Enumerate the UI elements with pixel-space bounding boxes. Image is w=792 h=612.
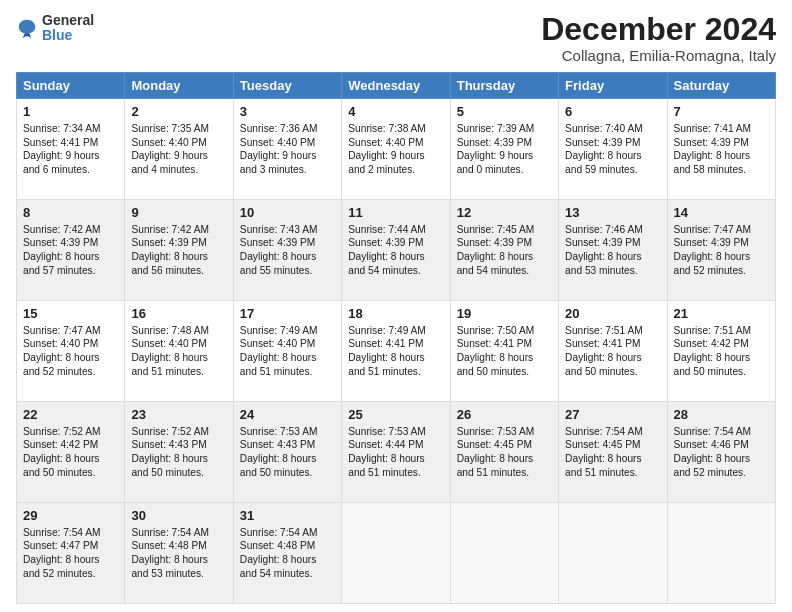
calendar-cell: 8 Sunrise: 7:42 AM Sunset: 4:39 PM Dayli… — [17, 200, 125, 301]
sunset-text: Sunset: 4:45 PM — [457, 439, 532, 450]
day-number: 11 — [348, 204, 443, 222]
day-number: 15 — [23, 305, 118, 323]
day-number: 26 — [457, 406, 552, 424]
daylight-text: Daylight: 8 hours and 50 minutes. — [23, 453, 99, 478]
calendar-cell: 7 Sunrise: 7:41 AM Sunset: 4:39 PM Dayli… — [667, 99, 775, 200]
calendar-cell: 23 Sunrise: 7:52 AM Sunset: 4:43 PM Dayl… — [125, 402, 233, 503]
day-number: 1 — [23, 103, 118, 121]
day-number: 20 — [565, 305, 660, 323]
sunset-text: Sunset: 4:39 PM — [457, 237, 532, 248]
calendar-cell: 1 Sunrise: 7:34 AM Sunset: 4:41 PM Dayli… — [17, 99, 125, 200]
sunrise-text: Sunrise: 7:54 AM — [565, 426, 643, 437]
day-number: 13 — [565, 204, 660, 222]
title-section: December 2024 Collagna, Emilia-Romagna, … — [541, 12, 776, 64]
day-number: 17 — [240, 305, 335, 323]
sunset-text: Sunset: 4:40 PM — [348, 137, 423, 148]
calendar-week-3: 15 Sunrise: 7:47 AM Sunset: 4:40 PM Dayl… — [17, 301, 776, 402]
calendar-cell: 31 Sunrise: 7:54 AM Sunset: 4:48 PM Dayl… — [233, 503, 341, 604]
sunset-text: Sunset: 4:40 PM — [131, 137, 206, 148]
sunrise-text: Sunrise: 7:47 AM — [674, 224, 752, 235]
logo: General Blue — [16, 12, 94, 44]
day-number: 9 — [131, 204, 226, 222]
sunset-text: Sunset: 4:47 PM — [23, 540, 98, 551]
calendar-header-row: SundayMondayTuesdayWednesdayThursdayFrid… — [17, 73, 776, 99]
day-header-sunday: Sunday — [17, 73, 125, 99]
daylight-text: Daylight: 8 hours and 53 minutes. — [131, 554, 207, 579]
sunset-text: Sunset: 4:42 PM — [674, 338, 749, 349]
calendar-cell: 19 Sunrise: 7:50 AM Sunset: 4:41 PM Dayl… — [450, 301, 558, 402]
sunset-text: Sunset: 4:41 PM — [457, 338, 532, 349]
sunrise-text: Sunrise: 7:41 AM — [674, 123, 752, 134]
calendar-cell: 4 Sunrise: 7:38 AM Sunset: 4:40 PM Dayli… — [342, 99, 450, 200]
sunrise-text: Sunrise: 7:53 AM — [457, 426, 535, 437]
sunrise-text: Sunrise: 7:34 AM — [23, 123, 101, 134]
logo-text: General Blue — [42, 12, 94, 44]
daylight-text: Daylight: 9 hours and 3 minutes. — [240, 150, 316, 175]
day-number: 2 — [131, 103, 226, 121]
calendar-cell: 2 Sunrise: 7:35 AM Sunset: 4:40 PM Dayli… — [125, 99, 233, 200]
calendar-cell — [667, 503, 775, 604]
calendar-cell: 11 Sunrise: 7:44 AM Sunset: 4:39 PM Dayl… — [342, 200, 450, 301]
day-number: 5 — [457, 103, 552, 121]
subtitle: Collagna, Emilia-Romagna, Italy — [541, 47, 776, 64]
day-header-friday: Friday — [559, 73, 667, 99]
calendar-cell: 17 Sunrise: 7:49 AM Sunset: 4:40 PM Dayl… — [233, 301, 341, 402]
daylight-text: Daylight: 8 hours and 50 minutes. — [457, 352, 533, 377]
calendar-cell: 15 Sunrise: 7:47 AM Sunset: 4:40 PM Dayl… — [17, 301, 125, 402]
sunset-text: Sunset: 4:39 PM — [131, 237, 206, 248]
calendar-cell — [559, 503, 667, 604]
daylight-text: Daylight: 8 hours and 54 minutes. — [240, 554, 316, 579]
page-header: General Blue December 2024 Collagna, Emi… — [16, 12, 776, 64]
day-header-tuesday: Tuesday — [233, 73, 341, 99]
day-number: 4 — [348, 103, 443, 121]
daylight-text: Daylight: 8 hours and 50 minutes. — [565, 352, 641, 377]
daylight-text: Daylight: 8 hours and 52 minutes. — [23, 554, 99, 579]
daylight-text: Daylight: 8 hours and 51 minutes. — [457, 453, 533, 478]
day-number: 7 — [674, 103, 769, 121]
sunset-text: Sunset: 4:45 PM — [565, 439, 640, 450]
calendar-cell: 28 Sunrise: 7:54 AM Sunset: 4:46 PM Dayl… — [667, 402, 775, 503]
day-number: 30 — [131, 507, 226, 525]
sunset-text: Sunset: 4:39 PM — [565, 237, 640, 248]
calendar-week-1: 1 Sunrise: 7:34 AM Sunset: 4:41 PM Dayli… — [17, 99, 776, 200]
calendar-cell: 25 Sunrise: 7:53 AM Sunset: 4:44 PM Dayl… — [342, 402, 450, 503]
sunrise-text: Sunrise: 7:42 AM — [131, 224, 209, 235]
calendar-cell: 6 Sunrise: 7:40 AM Sunset: 4:39 PM Dayli… — [559, 99, 667, 200]
daylight-text: Daylight: 9 hours and 2 minutes. — [348, 150, 424, 175]
daylight-text: Daylight: 8 hours and 56 minutes. — [131, 251, 207, 276]
calendar-cell: 21 Sunrise: 7:51 AM Sunset: 4:42 PM Dayl… — [667, 301, 775, 402]
day-header-saturday: Saturday — [667, 73, 775, 99]
daylight-text: Daylight: 8 hours and 52 minutes. — [23, 352, 99, 377]
sunrise-text: Sunrise: 7:44 AM — [348, 224, 426, 235]
calendar-cell: 10 Sunrise: 7:43 AM Sunset: 4:39 PM Dayl… — [233, 200, 341, 301]
calendar-cell — [450, 503, 558, 604]
daylight-text: Daylight: 8 hours and 50 minutes. — [674, 352, 750, 377]
sunset-text: Sunset: 4:39 PM — [674, 237, 749, 248]
day-number: 19 — [457, 305, 552, 323]
sunrise-text: Sunrise: 7:49 AM — [348, 325, 426, 336]
sunrise-text: Sunrise: 7:38 AM — [348, 123, 426, 134]
sunset-text: Sunset: 4:39 PM — [348, 237, 423, 248]
calendar-week-4: 22 Sunrise: 7:52 AM Sunset: 4:42 PM Dayl… — [17, 402, 776, 503]
day-number: 10 — [240, 204, 335, 222]
day-number: 28 — [674, 406, 769, 424]
sunrise-text: Sunrise: 7:48 AM — [131, 325, 209, 336]
daylight-text: Daylight: 8 hours and 58 minutes. — [674, 150, 750, 175]
daylight-text: Daylight: 9 hours and 4 minutes. — [131, 150, 207, 175]
calendar-week-2: 8 Sunrise: 7:42 AM Sunset: 4:39 PM Dayli… — [17, 200, 776, 301]
day-header-monday: Monday — [125, 73, 233, 99]
daylight-text: Daylight: 8 hours and 51 minutes. — [240, 352, 316, 377]
daylight-text: Daylight: 8 hours and 52 minutes. — [674, 251, 750, 276]
daylight-text: Daylight: 9 hours and 0 minutes. — [457, 150, 533, 175]
day-number: 12 — [457, 204, 552, 222]
day-number: 14 — [674, 204, 769, 222]
sunset-text: Sunset: 4:41 PM — [23, 137, 98, 148]
daylight-text: Daylight: 8 hours and 54 minutes. — [348, 251, 424, 276]
sunset-text: Sunset: 4:43 PM — [240, 439, 315, 450]
sunrise-text: Sunrise: 7:39 AM — [457, 123, 535, 134]
sunset-text: Sunset: 4:39 PM — [565, 137, 640, 148]
day-number: 6 — [565, 103, 660, 121]
logo-icon — [16, 17, 38, 39]
calendar-cell — [342, 503, 450, 604]
sunrise-text: Sunrise: 7:35 AM — [131, 123, 209, 134]
